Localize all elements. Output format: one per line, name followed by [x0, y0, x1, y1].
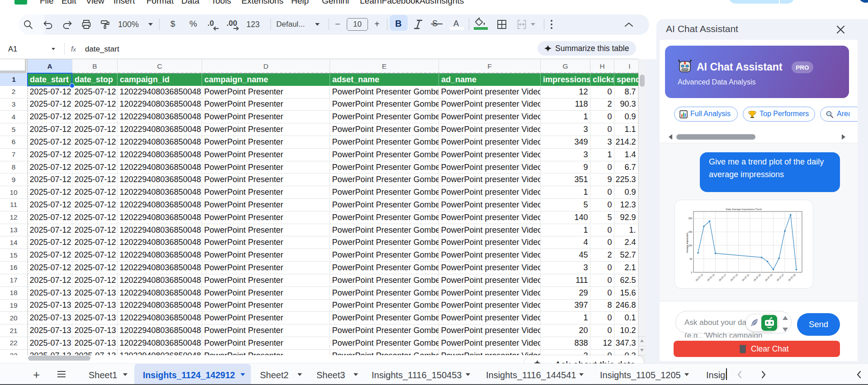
svg-text:200: 200	[689, 217, 693, 220]
svg-text:0: 0	[691, 271, 692, 274]
svg-text:25-07-23: 25-07-23	[753, 273, 761, 282]
svg-text:25-07-25: 25-07-25	[764, 273, 773, 282]
svg-text:25-07-29: 25-07-29	[788, 273, 796, 282]
svg-text:50: 50	[689, 258, 692, 260]
svg-text:25-07-13: 25-07-13	[695, 273, 703, 282]
svg-text:150: 150	[689, 230, 693, 233]
svg-text:Daily Average Impressions Tren: Daily Average Impressions Trend	[726, 208, 761, 211]
svg-text:25-07-21: 25-07-21	[741, 273, 750, 282]
svg-text:25-07-27: 25-07-27	[776, 273, 784, 282]
svg-text:Average Impressions: Average Impressions	[686, 232, 689, 253]
svg-text:25-07-19: 25-07-19	[730, 273, 738, 282]
svg-text:25-07-17: 25-07-17	[718, 273, 726, 282]
svg-text:100: 100	[689, 244, 693, 247]
svg-text:25-07-15: 25-07-15	[707, 273, 715, 282]
